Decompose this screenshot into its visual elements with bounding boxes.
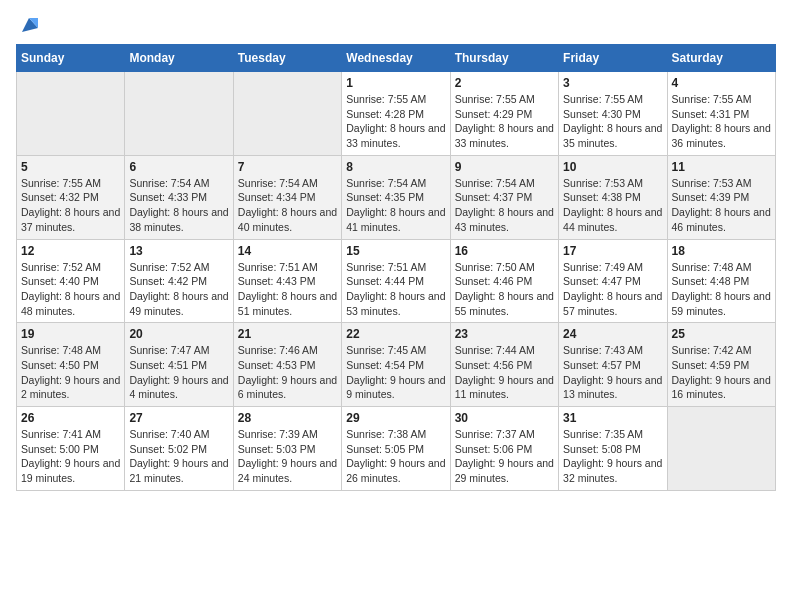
day-number: 22 — [346, 327, 445, 341]
day-cell: 28Sunrise: 7:39 AMSunset: 5:03 PMDayligh… — [233, 407, 341, 491]
day-cell: 21Sunrise: 7:46 AMSunset: 4:53 PMDayligh… — [233, 323, 341, 407]
day-info: Sunrise: 7:44 AMSunset: 4:56 PMDaylight:… — [455, 343, 554, 402]
day-info: Sunrise: 7:51 AMSunset: 4:43 PMDaylight:… — [238, 260, 337, 319]
header-cell-wednesday: Wednesday — [342, 45, 450, 72]
day-number: 26 — [21, 411, 120, 425]
day-number: 20 — [129, 327, 228, 341]
day-number: 25 — [672, 327, 771, 341]
day-cell: 13Sunrise: 7:52 AMSunset: 4:42 PMDayligh… — [125, 239, 233, 323]
day-cell: 30Sunrise: 7:37 AMSunset: 5:06 PMDayligh… — [450, 407, 558, 491]
week-row-4: 19Sunrise: 7:48 AMSunset: 4:50 PMDayligh… — [17, 323, 776, 407]
day-cell: 12Sunrise: 7:52 AMSunset: 4:40 PMDayligh… — [17, 239, 125, 323]
day-cell: 27Sunrise: 7:40 AMSunset: 5:02 PMDayligh… — [125, 407, 233, 491]
day-info: Sunrise: 7:55 AMSunset: 4:31 PMDaylight:… — [672, 92, 771, 151]
day-info: Sunrise: 7:53 AMSunset: 4:39 PMDaylight:… — [672, 176, 771, 235]
day-info: Sunrise: 7:50 AMSunset: 4:46 PMDaylight:… — [455, 260, 554, 319]
day-number: 9 — [455, 160, 554, 174]
day-number: 19 — [21, 327, 120, 341]
day-info: Sunrise: 7:48 AMSunset: 4:50 PMDaylight:… — [21, 343, 120, 402]
day-cell: 1Sunrise: 7:55 AMSunset: 4:28 PMDaylight… — [342, 72, 450, 156]
day-number: 21 — [238, 327, 337, 341]
day-number: 23 — [455, 327, 554, 341]
day-cell: 11Sunrise: 7:53 AMSunset: 4:39 PMDayligh… — [667, 155, 775, 239]
page-header — [16, 16, 776, 32]
header-cell-thursday: Thursday — [450, 45, 558, 72]
day-number: 24 — [563, 327, 662, 341]
day-number: 8 — [346, 160, 445, 174]
day-cell — [125, 72, 233, 156]
day-number: 6 — [129, 160, 228, 174]
day-info: Sunrise: 7:54 AMSunset: 4:35 PMDaylight:… — [346, 176, 445, 235]
day-cell: 20Sunrise: 7:47 AMSunset: 4:51 PMDayligh… — [125, 323, 233, 407]
day-number: 15 — [346, 244, 445, 258]
logo — [16, 16, 40, 32]
day-number: 10 — [563, 160, 662, 174]
day-number: 1 — [346, 76, 445, 90]
header-cell-saturday: Saturday — [667, 45, 775, 72]
calendar-table: SundayMondayTuesdayWednesdayThursdayFrid… — [16, 44, 776, 491]
day-cell: 22Sunrise: 7:45 AMSunset: 4:54 PMDayligh… — [342, 323, 450, 407]
day-cell — [233, 72, 341, 156]
day-cell: 14Sunrise: 7:51 AMSunset: 4:43 PMDayligh… — [233, 239, 341, 323]
week-row-1: 1Sunrise: 7:55 AMSunset: 4:28 PMDaylight… — [17, 72, 776, 156]
day-number: 13 — [129, 244, 228, 258]
day-cell: 7Sunrise: 7:54 AMSunset: 4:34 PMDaylight… — [233, 155, 341, 239]
day-info: Sunrise: 7:54 AMSunset: 4:33 PMDaylight:… — [129, 176, 228, 235]
day-number: 5 — [21, 160, 120, 174]
day-info: Sunrise: 7:52 AMSunset: 4:40 PMDaylight:… — [21, 260, 120, 319]
day-number: 29 — [346, 411, 445, 425]
day-info: Sunrise: 7:55 AMSunset: 4:32 PMDaylight:… — [21, 176, 120, 235]
day-info: Sunrise: 7:46 AMSunset: 4:53 PMDaylight:… — [238, 343, 337, 402]
day-cell: 23Sunrise: 7:44 AMSunset: 4:56 PMDayligh… — [450, 323, 558, 407]
day-number: 14 — [238, 244, 337, 258]
day-info: Sunrise: 7:41 AMSunset: 5:00 PMDaylight:… — [21, 427, 120, 486]
day-number: 11 — [672, 160, 771, 174]
day-number: 28 — [238, 411, 337, 425]
day-cell: 25Sunrise: 7:42 AMSunset: 4:59 PMDayligh… — [667, 323, 775, 407]
day-cell: 9Sunrise: 7:54 AMSunset: 4:37 PMDaylight… — [450, 155, 558, 239]
day-cell — [667, 407, 775, 491]
day-cell: 26Sunrise: 7:41 AMSunset: 5:00 PMDayligh… — [17, 407, 125, 491]
day-number: 16 — [455, 244, 554, 258]
day-info: Sunrise: 7:51 AMSunset: 4:44 PMDaylight:… — [346, 260, 445, 319]
day-number: 30 — [455, 411, 554, 425]
day-cell: 3Sunrise: 7:55 AMSunset: 4:30 PMDaylight… — [559, 72, 667, 156]
day-cell: 29Sunrise: 7:38 AMSunset: 5:05 PMDayligh… — [342, 407, 450, 491]
header-cell-sunday: Sunday — [17, 45, 125, 72]
day-info: Sunrise: 7:37 AMSunset: 5:06 PMDaylight:… — [455, 427, 554, 486]
day-cell: 5Sunrise: 7:55 AMSunset: 4:32 PMDaylight… — [17, 155, 125, 239]
day-cell: 10Sunrise: 7:53 AMSunset: 4:38 PMDayligh… — [559, 155, 667, 239]
day-info: Sunrise: 7:39 AMSunset: 5:03 PMDaylight:… — [238, 427, 337, 486]
day-number: 17 — [563, 244, 662, 258]
header-cell-monday: Monday — [125, 45, 233, 72]
day-info: Sunrise: 7:42 AMSunset: 4:59 PMDaylight:… — [672, 343, 771, 402]
day-number: 12 — [21, 244, 120, 258]
day-info: Sunrise: 7:45 AMSunset: 4:54 PMDaylight:… — [346, 343, 445, 402]
header-row: SundayMondayTuesdayWednesdayThursdayFrid… — [17, 45, 776, 72]
day-number: 7 — [238, 160, 337, 174]
day-cell — [17, 72, 125, 156]
day-info: Sunrise: 7:54 AMSunset: 4:34 PMDaylight:… — [238, 176, 337, 235]
day-info: Sunrise: 7:48 AMSunset: 4:48 PMDaylight:… — [672, 260, 771, 319]
header-cell-tuesday: Tuesday — [233, 45, 341, 72]
day-info: Sunrise: 7:54 AMSunset: 4:37 PMDaylight:… — [455, 176, 554, 235]
day-cell: 16Sunrise: 7:50 AMSunset: 4:46 PMDayligh… — [450, 239, 558, 323]
day-cell: 8Sunrise: 7:54 AMSunset: 4:35 PMDaylight… — [342, 155, 450, 239]
day-info: Sunrise: 7:55 AMSunset: 4:30 PMDaylight:… — [563, 92, 662, 151]
day-cell: 6Sunrise: 7:54 AMSunset: 4:33 PMDaylight… — [125, 155, 233, 239]
day-cell: 4Sunrise: 7:55 AMSunset: 4:31 PMDaylight… — [667, 72, 775, 156]
day-number: 4 — [672, 76, 771, 90]
day-cell: 18Sunrise: 7:48 AMSunset: 4:48 PMDayligh… — [667, 239, 775, 323]
day-number: 2 — [455, 76, 554, 90]
day-cell: 19Sunrise: 7:48 AMSunset: 4:50 PMDayligh… — [17, 323, 125, 407]
day-info: Sunrise: 7:53 AMSunset: 4:38 PMDaylight:… — [563, 176, 662, 235]
day-info: Sunrise: 7:43 AMSunset: 4:57 PMDaylight:… — [563, 343, 662, 402]
day-number: 18 — [672, 244, 771, 258]
day-number: 3 — [563, 76, 662, 90]
day-info: Sunrise: 7:55 AMSunset: 4:28 PMDaylight:… — [346, 92, 445, 151]
header-cell-friday: Friday — [559, 45, 667, 72]
day-info: Sunrise: 7:40 AMSunset: 5:02 PMDaylight:… — [129, 427, 228, 486]
week-row-3: 12Sunrise: 7:52 AMSunset: 4:40 PMDayligh… — [17, 239, 776, 323]
day-number: 31 — [563, 411, 662, 425]
day-cell: 17Sunrise: 7:49 AMSunset: 4:47 PMDayligh… — [559, 239, 667, 323]
